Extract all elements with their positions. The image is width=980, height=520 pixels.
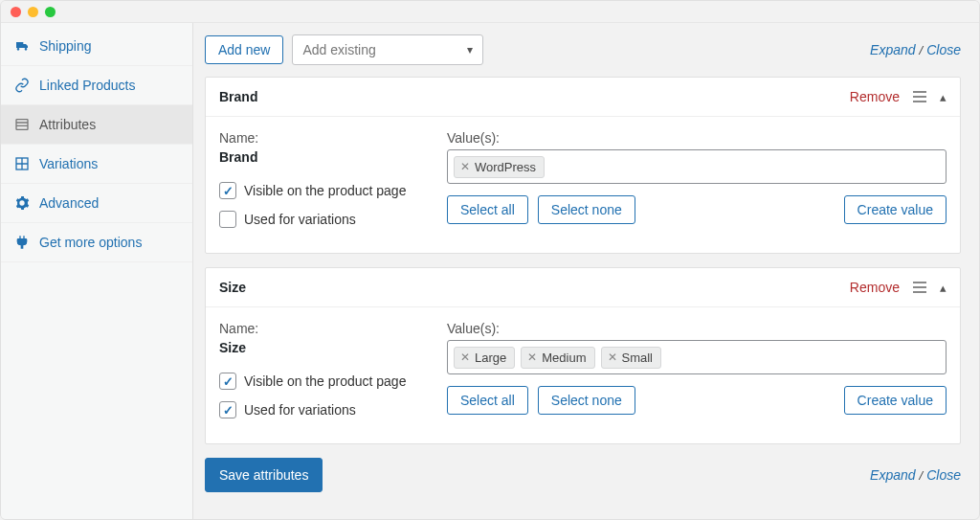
remove-attribute-link[interactable]: Remove	[850, 280, 900, 295]
values-tag-input[interactable]: ✕ WordPress	[447, 149, 947, 184]
link-divider: /	[920, 43, 924, 57]
value-tag: ✕ Medium	[521, 347, 594, 369]
list-icon	[14, 117, 30, 132]
gear-icon	[14, 195, 30, 211]
panel-header: Brand Remove ▴	[206, 78, 960, 117]
chevron-down-icon: ▾	[467, 43, 473, 57]
close-window-dot[interactable]	[11, 7, 21, 17]
drag-handle-icon[interactable]	[913, 91, 926, 102]
expand-all-link[interactable]: Expand	[870, 42, 915, 57]
checkbox-label: Used for variations	[244, 212, 356, 227]
sidebar-item-get-more-options[interactable]: Get more options	[1, 223, 192, 262]
attributes-footer: Save attributes Expand / Close	[205, 458, 961, 492]
name-label: Name:	[219, 321, 420, 336]
used-for-variations-checkbox[interactable]: Used for variations	[219, 401, 420, 418]
svg-rect-0	[16, 120, 28, 130]
drag-handle-icon[interactable]	[913, 282, 926, 293]
save-attributes-button[interactable]: Save attributes	[205, 458, 323, 492]
expand-all-link[interactable]: Expand	[870, 467, 915, 483]
panel-header: Size Remove ▴	[206, 268, 960, 307]
values-tag-input[interactable]: ✕ Large ✕ Medium ✕ Small	[447, 340, 947, 374]
close-all-link[interactable]: Close	[926, 42, 961, 57]
tag-label: Small	[622, 350, 654, 365]
remove-tag-icon[interactable]: ✕	[460, 350, 470, 364]
visible-on-product-page-checkbox[interactable]: Visible on the product page	[219, 373, 420, 390]
name-value: Brand	[219, 149, 420, 165]
tag-label: Medium	[542, 350, 586, 365]
link-divider: /	[920, 468, 924, 483]
checkbox-icon	[219, 373, 236, 390]
plugin-icon	[14, 235, 30, 250]
checkbox-icon	[219, 182, 236, 199]
sidebar-item-label: Attributes	[39, 117, 96, 132]
checkbox-label: Visible on the product page	[244, 373, 406, 389]
checkbox-icon	[219, 401, 236, 418]
values-label: Value(s):	[447, 321, 947, 336]
create-value-button[interactable]: Create value	[844, 195, 947, 224]
select-all-button[interactable]: Select all	[447, 386, 528, 415]
sidebar-item-advanced[interactable]: Advanced	[1, 184, 192, 223]
value-tag: ✕ WordPress	[454, 156, 545, 178]
checkbox-label: Used for variations	[244, 402, 356, 418]
remove-attribute-link[interactable]: Remove	[850, 89, 900, 104]
mac-titlebar	[1, 1, 979, 23]
add-existing-select[interactable]: Add existing ▾	[292, 34, 483, 65]
select-none-button[interactable]: Select none	[538, 195, 635, 224]
name-label: Name:	[219, 130, 420, 146]
create-value-button[interactable]: Create value	[844, 386, 947, 415]
link-icon	[14, 78, 30, 93]
sidebar-item-linked-products[interactable]: Linked Products	[1, 66, 192, 105]
value-tag: ✕ Small	[601, 347, 662, 369]
attribute-title: Brand	[219, 89, 850, 104]
truck-icon	[14, 38, 30, 54]
attribute-panel-size: Size Remove ▴ Name: Size Visible on the …	[205, 267, 961, 444]
attributes-main: Add new Add existing ▾ Expand / Close Br…	[193, 23, 979, 519]
app-window: Shipping Linked Products Attributes Vari…	[0, 0, 980, 520]
add-existing-placeholder: Add existing	[302, 42, 375, 57]
collapse-icon[interactable]: ▴	[940, 90, 947, 104]
sidebar-item-shipping[interactable]: Shipping	[1, 34, 192, 66]
attribute-panel-brand: Brand Remove ▴ Name: Brand Visible on th…	[205, 77, 961, 254]
minimize-window-dot[interactable]	[28, 7, 38, 17]
checkbox-icon	[219, 211, 236, 228]
values-label: Value(s):	[447, 130, 947, 146]
visible-on-product-page-checkbox[interactable]: Visible on the product page	[219, 182, 420, 199]
sidebar-item-label: Variations	[39, 156, 98, 171]
name-value: Size	[219, 340, 420, 355]
remove-tag-icon[interactable]: ✕	[527, 350, 537, 364]
add-new-button[interactable]: Add new	[205, 35, 283, 64]
maximize-window-dot[interactable]	[45, 7, 56, 17]
collapse-icon[interactable]: ▴	[940, 281, 947, 295]
grid-icon	[14, 156, 30, 171]
sidebar-item-label: Linked Products	[39, 78, 135, 93]
used-for-variations-checkbox[interactable]: Used for variations	[219, 211, 420, 228]
attributes-toolbar: Add new Add existing ▾ Expand / Close	[205, 34, 961, 65]
tag-label: WordPress	[475, 160, 536, 174]
checkbox-label: Visible on the product page	[244, 183, 406, 198]
remove-tag-icon[interactable]: ✕	[608, 350, 617, 364]
close-all-link[interactable]: Close	[926, 467, 961, 483]
select-none-button[interactable]: Select none	[538, 386, 635, 415]
select-all-button[interactable]: Select all	[447, 195, 528, 224]
remove-tag-icon[interactable]: ✕	[460, 160, 470, 173]
product-data-sidebar: Shipping Linked Products Attributes Vari…	[1, 23, 193, 519]
value-tag: ✕ Large	[454, 347, 515, 369]
sidebar-item-label: Get more options	[39, 235, 142, 250]
sidebar-item-attributes[interactable]: Attributes	[1, 105, 192, 145]
sidebar-item-label: Advanced	[39, 195, 99, 211]
sidebar-item-variations[interactable]: Variations	[1, 145, 192, 184]
tag-label: Large	[475, 350, 506, 365]
attribute-title: Size	[219, 280, 850, 295]
sidebar-item-label: Shipping	[39, 38, 92, 54]
